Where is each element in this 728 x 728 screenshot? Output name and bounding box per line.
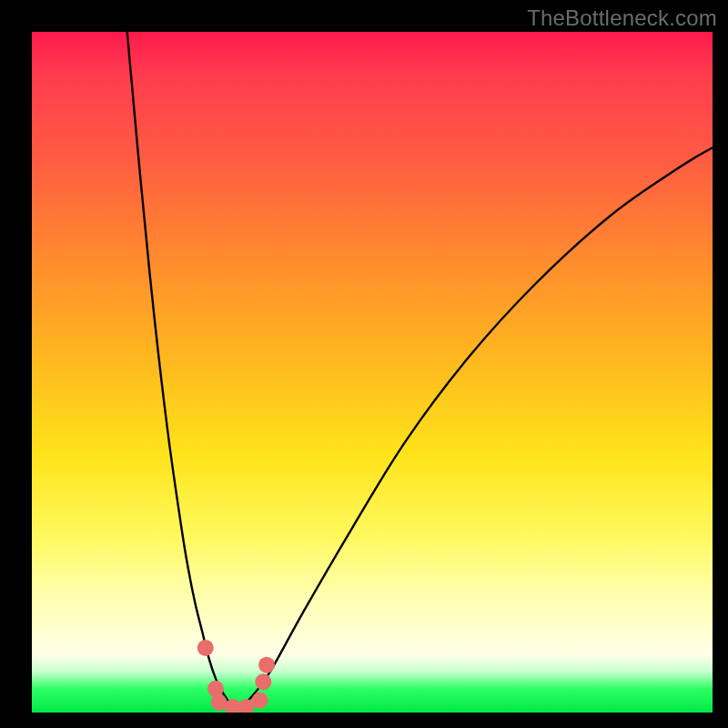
data-point bbox=[258, 657, 275, 673]
data-point bbox=[252, 693, 268, 709]
curve-right-branch bbox=[236, 147, 713, 709]
curve-left-branch bbox=[127, 32, 237, 709]
plot-area bbox=[32, 32, 713, 713]
data-point bbox=[197, 640, 214, 656]
data-point-group bbox=[197, 640, 275, 713]
data-point bbox=[207, 681, 224, 697]
watermark-text: TheBottleneck.com bbox=[527, 5, 717, 31]
bottleneck-curve bbox=[32, 32, 713, 713]
chart-frame: TheBottleneck.com bbox=[0, 0, 728, 728]
data-point bbox=[255, 673, 271, 690]
